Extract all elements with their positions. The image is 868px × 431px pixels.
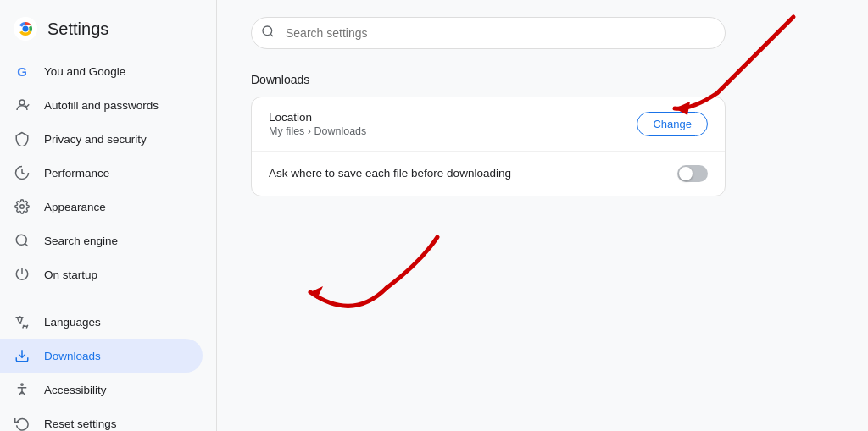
location-value: My files › Downloads [269,125,366,137]
sidebar-label-accessibility: Accessibility [44,384,107,396]
performance-icon [14,164,31,181]
appearance-icon [14,198,31,215]
shield-icon [14,130,31,147]
svg-line-12 [270,34,273,36]
location-info: Location My files › Downloads [269,111,366,137]
autofill-icon [14,97,31,113]
search-bar [251,17,726,49]
sidebar-label-reset: Reset settings [44,417,117,430]
sidebar-label-languages: Languages [44,316,101,329]
svg-point-2 [23,26,29,32]
sidebar-label-appearance: Appearance [44,201,106,213]
sidebar-item-autofill[interactable]: Autofill and passwords [0,88,203,122]
sidebar: Settings G You and Google Autofill and p… [0,0,217,431]
svg-point-3 [19,100,25,105]
sidebar-item-privacy-security[interactable]: Privacy and security [0,122,203,156]
accessibility-icon [14,381,31,398]
sidebar-item-on-startup[interactable]: On startup [0,257,203,291]
download-icon [14,347,31,364]
sidebar-header: Settings [0,14,216,54]
ask-label: Ask where to save each file before downl… [269,167,511,181]
sidebar-label-you-and-google: You and Google [44,65,125,78]
sidebar-label-on-startup: On startup [44,268,97,281]
svg-point-4 [20,205,25,209]
reset-icon [14,415,31,431]
search-bar-icon [261,25,275,41]
sidebar-item-performance[interactable]: Performance [0,156,203,190]
downloads-settings-card: Location My files › Downloads Change Ask… [251,97,726,196]
ask-download-label: Ask where to save each file before downl… [269,167,511,180]
sidebar-item-you-and-google[interactable]: G You and Google [0,54,203,88]
chrome-logo-icon [14,17,37,41]
sidebar-label-downloads: Downloads [44,350,101,362]
svg-line-6 [25,243,27,246]
ask-download-toggle[interactable] [677,165,708,182]
svg-point-5 [16,235,26,245]
section-title: Downloads [251,73,834,86]
change-location-button[interactable]: Change [637,112,708,136]
svg-marker-13 [310,286,323,299]
search-icon [14,232,31,249]
location-row: Location My files › Downloads Change [252,97,725,152]
annotation-arrows [217,0,868,431]
sidebar-item-reset-settings[interactable]: Reset settings [0,406,203,431]
svg-point-8 [21,384,23,385]
sidebar-item-search-engine[interactable]: Search engine [0,224,203,257]
power-icon [14,266,31,283]
sidebar-label-performance: Performance [44,167,109,180]
sidebar-item-accessibility[interactable]: Accessibility [0,373,203,406]
search-input[interactable] [251,17,726,49]
sidebar-item-downloads[interactable]: Downloads [0,339,203,373]
toggle-slider [677,165,708,182]
svg-point-11 [263,26,272,36]
sidebar-label-search-engine: Search engine [44,235,118,247]
sidebar-label-privacy: Privacy and security [44,133,147,146]
sidebar-label-autofill: Autofill and passwords [44,99,159,112]
app-title: Settings [47,19,108,39]
languages-icon [14,313,31,330]
sidebar-item-appearance[interactable]: Appearance [0,190,203,224]
google-icon: G [14,63,31,80]
ask-where-to-save-row: Ask where to save each file before downl… [252,152,725,196]
location-label: Location [269,111,366,124]
sidebar-item-languages[interactable]: Languages [0,305,203,339]
main-content: Downloads Location My files › Downloads … [217,0,868,431]
